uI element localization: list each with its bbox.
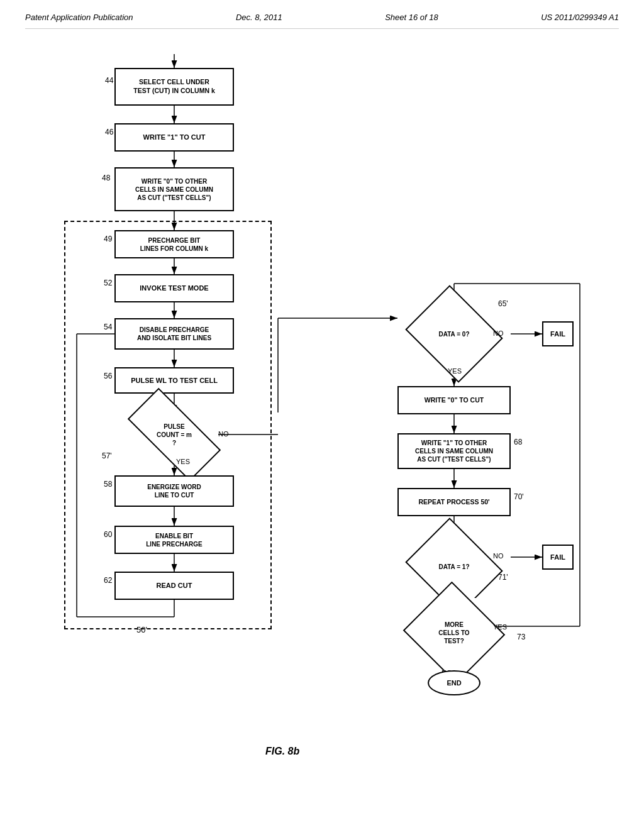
diamond-65: DATA = 0?	[416, 302, 492, 365]
no-label-57: NO	[218, 430, 229, 438]
label-57: 57'	[102, 451, 112, 460]
diagram-area: 50' 44 SELECT CELL UNDERTEST (CUT) IN CO…	[39, 42, 605, 783]
label-48: 48	[102, 174, 110, 182]
yes-label-73: YES	[493, 623, 507, 631]
no-label-71: NO	[493, 552, 504, 560]
yes-label-57: YES	[176, 458, 190, 465]
label-49: 49	[104, 235, 112, 243]
page: Patent Application Publication Dec. 8, 2…	[0, 0, 644, 830]
label-68: 68	[514, 438, 522, 446]
label-52: 52	[104, 279, 112, 287]
figure-caption: FIG. 8b	[265, 746, 299, 757]
diamond-57: PULSECOUNT = m?	[130, 412, 218, 456]
box-56: PULSE WL TO TEST CELL	[114, 367, 234, 394]
label-58: 58	[104, 480, 112, 489]
box-46: WRITE "1" TO CUT	[114, 123, 234, 152]
label-70: 70'	[514, 492, 524, 501]
label-62: 62	[104, 576, 112, 585]
label-46: 46	[105, 128, 113, 136]
box-70: REPEAT PROCESS 50'	[397, 488, 511, 516]
header-sheet: Sheet 16 of 18	[385, 13, 438, 22]
box-62: READ CUT	[114, 572, 234, 600]
box-60: ENABLE BITLINE PRECHARGE	[114, 526, 234, 554]
box-52: INVOKE TEST MODE	[114, 274, 234, 302]
label-56: 56	[104, 372, 112, 380]
label-54: 54	[104, 323, 112, 331]
label-44: 44	[105, 76, 113, 85]
box-49: PRECHARGE BITLINES FOR COLUMN k	[114, 230, 234, 258]
box-44: SELECT CELL UNDERTEST (CUT) IN COLUMN k	[114, 68, 234, 106]
box-48: WRITE "0" TO OTHERCELLS IN SAME COLUMNAS…	[114, 167, 234, 211]
header-publication: Patent Application Publication	[25, 13, 133, 22]
box-58: ENERGIZE WORDLINE TO CUT	[114, 475, 234, 507]
label-60: 60	[104, 530, 112, 539]
box-66: WRITE "0" TO CUT	[397, 386, 511, 414]
page-header: Patent Application Publication Dec. 8, 2…	[25, 13, 619, 29]
label-50: 50'	[136, 625, 147, 634]
header-patent: US 2011/0299349 A1	[541, 13, 619, 22]
oval-end: END	[428, 670, 480, 695]
no-label-65: NO	[493, 329, 504, 337]
label-65: 65'	[498, 299, 508, 308]
fail-box-65: FAIL	[542, 321, 574, 346]
label-73: 73	[517, 633, 525, 641]
yes-label-65: YES	[448, 367, 462, 375]
diamond-73: MORECELLS TOTEST?	[416, 598, 492, 667]
header-date: Dec. 8, 2011	[236, 13, 282, 22]
box-68: WRITE "1" TO OTHERCELLS IN SAME COLUMNAS…	[397, 433, 511, 469]
fail-box-71: FAIL	[542, 545, 574, 570]
box-54: DISABLE PRECHARGEAND ISOLATE BIT LINES	[114, 318, 234, 350]
